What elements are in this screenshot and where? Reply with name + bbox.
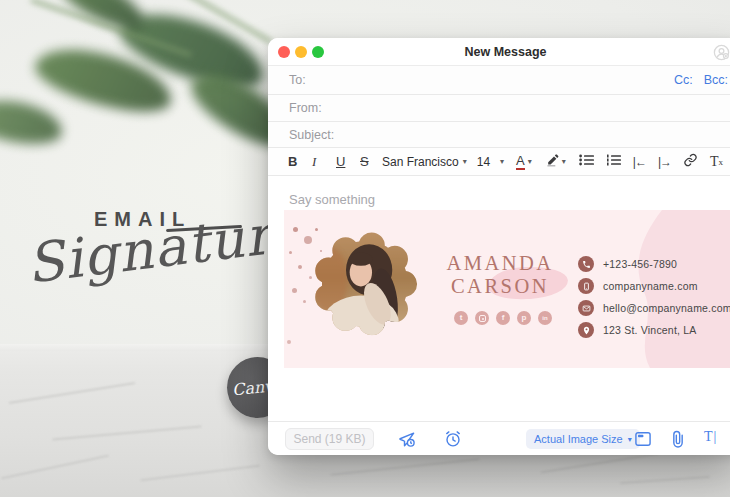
link-icon [683, 153, 698, 170]
leaf-decoration [0, 93, 66, 152]
signature-first-name: AMANDA [430, 252, 570, 275]
contact-phone-text: +123-456-7890 [603, 258, 677, 270]
image-size-value: Actual Image Size [534, 433, 623, 445]
attachment-icon[interactable] [668, 429, 688, 449]
subject-field[interactable]: Subject: [268, 122, 730, 148]
contact-list: +123-456-7890 companyname.com hello@comp… [578, 256, 730, 344]
numbered-list-icon [606, 154, 621, 169]
splatter-dot [293, 227, 298, 232]
font-size-value: 14 [477, 155, 490, 169]
splatter-dot [289, 251, 292, 254]
cc-button[interactable]: Cc: [674, 73, 693, 87]
send-button[interactable]: Send (19 KB) [285, 428, 374, 450]
marble-vein [140, 465, 259, 482]
window-title: New Message [268, 38, 730, 66]
subject-label: Subject: [289, 128, 334, 142]
mobile-icon [578, 278, 594, 294]
clear-formatting-x: x [719, 157, 724, 167]
new-message-window: New Message To: Cc: Bcc: From: Subject: [268, 38, 730, 455]
chevron-down-icon: ▾ [500, 157, 504, 166]
marble-vein [541, 453, 660, 474]
indent-button[interactable]: |→ [658, 155, 671, 169]
compose-footer: Send (19 KB) Actual Image Size ▾ [268, 421, 730, 455]
italic-button[interactable]: I [312, 154, 336, 170]
facebook-icon: f [496, 311, 510, 325]
body-placeholder: Say something [289, 192, 375, 207]
image-size-dropdown[interactable]: Actual Image Size ▾ [526, 429, 640, 449]
signature-last-name: CARSON [430, 275, 570, 298]
clear-formatting-button[interactable]: Tx [710, 154, 723, 170]
format-toolbar: B I U S San Francisco ▾ 14 ▾ A ▾ ▾ [268, 148, 730, 176]
link-button[interactable] [683, 153, 698, 170]
font-family-value: San Francisco [382, 155, 459, 169]
chevron-down-icon: ▾ [562, 157, 566, 166]
font-family-select[interactable]: San Francisco ▾ [382, 155, 467, 169]
screenshot-stage: EMAIL Signature Canva New Message To: [0, 0, 730, 497]
bullet-list-button[interactable] [579, 154, 594, 169]
marble-vein [1, 455, 109, 480]
chevron-down-icon: ▾ [463, 157, 467, 166]
marble-vein [620, 476, 710, 484]
to-label: To: [289, 73, 306, 87]
outdent-button[interactable]: |← [633, 155, 646, 169]
contact-address-text: 123 St. Vincent, LA [603, 324, 697, 336]
text-color-button[interactable]: A ▾ [516, 154, 532, 170]
contact-row-phone: +123-456-7890 [578, 256, 730, 272]
send-later-icon[interactable] [397, 429, 417, 449]
signature-name-block: AMANDA CARSON [430, 252, 570, 298]
title-bar: New Message [268, 38, 730, 66]
photo-browser-icon[interactable] [633, 429, 653, 449]
twitter-icon: t [454, 311, 468, 325]
text-color-icon: A [516, 154, 525, 170]
bullet-list-icon [579, 154, 594, 169]
font-size-select[interactable]: 14 ▾ [477, 155, 504, 169]
remind-clock-icon[interactable] [443, 429, 463, 449]
bcc-button[interactable]: Bcc: [704, 73, 728, 87]
profile-photo [303, 222, 427, 346]
location-icon [578, 322, 594, 338]
add-contact-icon[interactable] [712, 43, 730, 62]
from-field[interactable]: From: [268, 95, 730, 122]
highlight-button[interactable]: ▾ [545, 154, 566, 170]
text-format-button[interactable]: T| [704, 429, 717, 445]
highlighter-icon [545, 154, 559, 170]
bold-button[interactable]: B [288, 154, 312, 169]
marble-vein [52, 425, 202, 440]
strikethrough-button[interactable]: S [360, 154, 382, 169]
instagram-icon [475, 311, 489, 325]
marble-vein [330, 458, 479, 476]
splatter-dot [292, 288, 297, 293]
linkedin-icon: in [538, 311, 552, 325]
underline-button[interactable]: U [336, 154, 360, 169]
to-field[interactable]: To: Cc: Bcc: [268, 66, 730, 95]
chevron-down-icon: ▾ [628, 435, 632, 444]
splatter-dot [298, 265, 302, 269]
signature-image[interactable]: AMANDA CARSON t f p in [284, 210, 730, 368]
from-label: From: [289, 101, 322, 115]
pinterest-icon: p [517, 311, 531, 325]
chevron-down-icon: ▾ [528, 157, 532, 166]
contact-website-text: companyname.com [603, 280, 698, 292]
phone-icon [578, 256, 594, 272]
contact-row-address: 123 St. Vincent, LA [578, 322, 730, 338]
social-icons-row: t f p in [454, 311, 552, 325]
marble-vein [9, 382, 136, 404]
numbered-list-button[interactable] [606, 154, 621, 169]
contact-email-text: hello@companyname.com [603, 302, 730, 314]
message-body[interactable]: Say something [268, 176, 730, 421]
email-icon [578, 300, 594, 316]
clear-formatting-t: T [710, 154, 719, 170]
contact-row-website: companyname.com [578, 278, 730, 294]
contact-row-email: hello@companyname.com [578, 300, 730, 316]
splatter-dot [287, 340, 291, 344]
